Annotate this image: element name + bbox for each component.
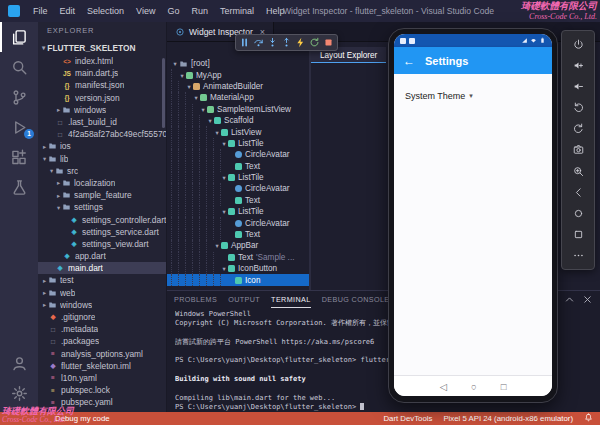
back-arrow-icon[interactable]: ←: [403, 54, 415, 68]
explorer-item-app-dart[interactable]: ◈app.dart: [38, 250, 166, 262]
hot-reload-button[interactable]: [294, 36, 307, 49]
menu-go[interactable]: Go: [161, 6, 185, 16]
panel-tab-terminal[interactable]: TERMINAL: [271, 291, 311, 308]
explorer-item-pubspec-yaml[interactable]: ≡pubspec.yaml: [38, 396, 166, 408]
explorer-item-4f2a58af27abc49ecf55570043bb8[interactable]: □4f2a58af27abc49ecf55570043bb8...: [38, 128, 166, 140]
widget-node-iconbutton[interactable]: ▾IconButton: [167, 263, 309, 274]
sidebar-scrollbar[interactable]: [162, 58, 165, 128]
explorer-item-index-html[interactable]: <>index.html: [38, 55, 166, 67]
widget-node-listtile[interactable]: ▾ListTile: [167, 138, 309, 149]
explorer-item-src[interactable]: ▾src: [38, 165, 166, 177]
explorer-section-header[interactable]: ▾ FLUTTER_SKELETON: [38, 40, 166, 55]
widget-node-text[interactable]: Text'Sample ...: [167, 252, 309, 263]
widget-node-appbar[interactable]: ▾AppBar: [167, 240, 309, 251]
menu-file[interactable]: File: [27, 6, 54, 16]
widget-node-sampleitemlistview[interactable]: ▾SampleItemListView: [167, 104, 309, 115]
explorer-item-ios[interactable]: ▸ios: [38, 140, 166, 152]
maximize-panel-button[interactable]: [564, 291, 575, 309]
activity-explorer[interactable]: [0, 22, 38, 52]
pause-button[interactable]: [238, 36, 251, 49]
activity-run-debug[interactable]: 1: [0, 112, 38, 142]
widget-node-circleavatar[interactable]: CircleAvatar: [167, 217, 309, 228]
widget-node-circleavatar[interactable]: CircleAvatar: [167, 183, 309, 194]
panel-tab-problems[interactable]: PROBLEMS: [174, 291, 217, 308]
nav-home-button[interactable]: ○: [471, 381, 477, 392]
widget-node-materialapp[interactable]: ▾MaterialApp: [167, 92, 309, 103]
emulator-overview-button[interactable]: [569, 226, 587, 244]
step-into-button[interactable]: [266, 36, 279, 49]
widget-node-listtile[interactable]: ▾ListTile: [167, 206, 309, 217]
widget-node-text[interactable]: Text: [167, 195, 309, 206]
widget-node-circleavatar[interactable]: CircleAvatar: [167, 149, 309, 160]
explorer-item-gitignore[interactable]: ◆.gitignore: [38, 311, 166, 323]
activity-extensions[interactable]: [0, 142, 38, 172]
emulator-zoom-in-button[interactable]: [569, 162, 587, 180]
explorer-item-main-dart-js[interactable]: JSmain.dart.js: [38, 67, 166, 79]
explorer-item-windows[interactable]: ▸windows: [38, 104, 166, 116]
activity-settings-gear[interactable]: [0, 378, 38, 408]
nav-overview-button[interactable]: □: [501, 381, 507, 392]
explorer-item-last-build-id[interactable]: □.last_build_id: [38, 116, 166, 128]
widget-node-text[interactable]: Text: [167, 229, 309, 240]
activity-account[interactable]: [0, 348, 38, 378]
close-panel-button[interactable]: [582, 291, 593, 309]
widget-node-scaffold[interactable]: ▾Scaffold: [167, 115, 309, 126]
stop-button[interactable]: [322, 36, 335, 49]
status-dart-devtools[interactable]: Dart DevTools: [383, 414, 432, 423]
step-over-button[interactable]: [252, 36, 265, 49]
explorer-item-web[interactable]: ▸web: [38, 287, 166, 299]
explorer-item-metadata[interactable]: □.metadata: [38, 323, 166, 335]
widget-node-listview[interactable]: ▾ListView: [167, 126, 309, 137]
explorer-item-l10n-yaml[interactable]: ≡l10n.yaml: [38, 372, 166, 384]
status-debug-my-code[interactable]: Debug my code: [55, 414, 110, 423]
panel-tab-debug-console[interactable]: DEBUG CONSOLE: [322, 291, 390, 308]
widget-node-text[interactable]: Text: [167, 161, 309, 172]
menu-selection[interactable]: Selection: [81, 6, 130, 16]
explorer-item-settings-service-dart[interactable]: ◈settings_service.dart: [38, 226, 166, 238]
emulator-back-button[interactable]: [569, 183, 587, 201]
menu-terminal[interactable]: Terminal: [214, 6, 260, 16]
yaml-file-icon: ≡: [48, 399, 58, 406]
activity-source-control[interactable]: [0, 82, 38, 112]
emulator-home-button[interactable]: [569, 205, 587, 223]
widget-node-icon[interactable]: Icon: [167, 274, 309, 285]
nav-back-button[interactable]: ◁: [440, 381, 447, 392]
menu-view[interactable]: View: [130, 6, 161, 16]
emulator-power-button[interactable]: [569, 35, 587, 53]
explorer-item-main-dart[interactable]: ◈main.dart: [38, 262, 166, 274]
explorer-item-settings-view-dart[interactable]: ◈settings_view.dart: [38, 238, 166, 250]
explorer-item-settings-controller-dart[interactable]: ◈settings_controller.dart: [38, 213, 166, 225]
emulator-rotate-right-button[interactable]: [569, 120, 587, 138]
explorer-item-lib[interactable]: ▾lib: [38, 153, 166, 165]
step-out-button[interactable]: [280, 36, 293, 49]
widget-node-listtile[interactable]: ▾ListTile: [167, 172, 309, 183]
explorer-item-version-json[interactable]: {}version.json: [38, 92, 166, 104]
widget-node-myapp[interactable]: ▾MyApp: [167, 69, 309, 80]
restart-button[interactable]: [308, 36, 321, 49]
explorer-item-flutter-skeleton-iml[interactable]: ◆flutter_skeleton.iml: [38, 360, 166, 372]
explorer-item-packages[interactable]: □.packages: [38, 335, 166, 347]
theme-dropdown[interactable]: System Theme ▾: [405, 91, 473, 101]
emulator-volume-up-button[interactable]: [569, 56, 587, 74]
explorer-item-analysis-options-yaml[interactable]: ≡analysis_options.yaml: [38, 348, 166, 360]
emulator-camera-button[interactable]: [569, 141, 587, 159]
emulator-more-button[interactable]: [569, 247, 587, 265]
explorer-item-windows[interactable]: ▸windows: [38, 299, 166, 311]
status-pixel-5-api-24-android-x86-emulator[interactable]: Pixel 5 API 24 (android-x86 emulator): [443, 414, 573, 423]
activity-test[interactable]: [0, 172, 38, 202]
emulator-volume-down-button[interactable]: [569, 77, 587, 95]
explorer-item-settings[interactable]: ▾settings: [38, 201, 166, 213]
menu-run[interactable]: Run: [185, 6, 214, 16]
explorer-item-test[interactable]: ▸test: [38, 274, 166, 286]
notifications-bell-button[interactable]: [584, 413, 593, 424]
explorer-item-manifest-json[interactable]: {}manifest.json: [38, 79, 166, 91]
menu-edit[interactable]: Edit: [54, 6, 82, 16]
explorer-item-localization[interactable]: ▸localization: [38, 177, 166, 189]
explorer-item-pubspec-lock[interactable]: ≡pubspec.lock: [38, 384, 166, 396]
activity-search[interactable]: [0, 52, 38, 82]
emulator-rotate-left-button[interactable]: [569, 99, 587, 117]
explorer-item-sample-feature[interactable]: ▸sample_feature: [38, 189, 166, 201]
panel-tab-output[interactable]: OUTPUT: [228, 291, 260, 308]
widget-node-animatedbuilder[interactable]: ▾AnimatedBuilder: [167, 81, 309, 92]
widget-node-root[interactable]: ▾[root]: [167, 58, 309, 69]
